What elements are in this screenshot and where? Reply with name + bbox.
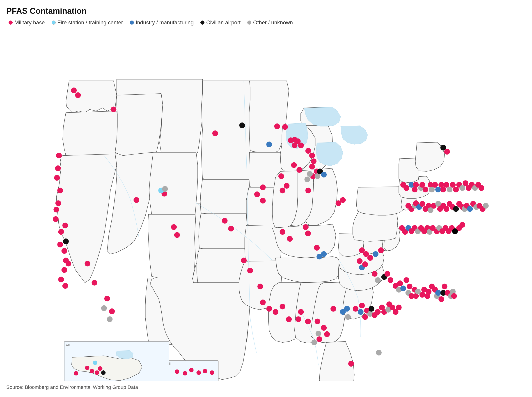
dot-military xyxy=(340,197,346,203)
dot-military xyxy=(241,258,247,263)
dot-military xyxy=(56,153,62,158)
dot-military xyxy=(62,283,68,289)
dot-military xyxy=(426,289,431,294)
dot-other xyxy=(483,203,489,209)
dot-military xyxy=(440,187,446,192)
dot-military xyxy=(222,218,227,223)
dot-military xyxy=(134,197,139,203)
dot-military xyxy=(75,92,81,98)
dot-military xyxy=(305,230,311,236)
dot-military xyxy=(359,303,365,308)
dot-other xyxy=(345,314,351,320)
svg-point-12 xyxy=(90,369,94,373)
dot-military xyxy=(357,258,362,264)
dot-military xyxy=(274,123,280,129)
dot-military xyxy=(442,284,447,289)
dot-military xyxy=(305,318,311,324)
dot-other xyxy=(459,185,465,191)
source-text: Source: Bloomberg and Environmental Work… xyxy=(6,384,138,390)
dot-military xyxy=(353,306,358,311)
svg-point-2 xyxy=(175,369,179,374)
dot-industry xyxy=(373,251,378,257)
dot-military xyxy=(372,271,377,277)
dot-military xyxy=(280,304,285,309)
dot-military xyxy=(420,182,425,188)
dot-other xyxy=(305,177,310,182)
dot-industry xyxy=(467,206,473,212)
dot-military xyxy=(54,175,60,181)
page-title: PFAS Contamination xyxy=(6,6,86,16)
dot-military xyxy=(212,130,218,136)
legend-dot-fire-station xyxy=(52,20,56,25)
dot-military xyxy=(453,187,459,192)
dot-military xyxy=(278,173,284,179)
legend-dot-industry xyxy=(130,20,134,25)
dot-military xyxy=(423,187,428,192)
dot-other xyxy=(312,340,317,345)
svg-point-5 xyxy=(196,370,201,375)
dot-industry xyxy=(321,172,327,177)
svg-point-10 xyxy=(74,371,79,376)
dot-military xyxy=(295,316,301,322)
legend-item-other-unknown: Other / unknown xyxy=(247,19,293,26)
dot-military xyxy=(295,138,300,144)
dot-military xyxy=(287,236,293,242)
dot-military xyxy=(260,198,266,204)
dot-military xyxy=(317,336,322,342)
dot-military xyxy=(282,124,288,130)
dot-military xyxy=(71,87,77,93)
dot-other xyxy=(447,187,453,192)
dot-military xyxy=(57,188,63,193)
dot-military xyxy=(174,232,180,238)
dot-military xyxy=(288,137,294,143)
dot-other xyxy=(107,316,112,322)
svg-point-4 xyxy=(189,368,194,372)
dot-other xyxy=(429,187,435,192)
dot-industry xyxy=(344,306,350,311)
svg-point-16 xyxy=(93,360,97,365)
dot-military xyxy=(254,192,260,197)
dot-military xyxy=(444,182,449,188)
dot-military xyxy=(348,361,354,366)
dot-military xyxy=(407,284,412,289)
us-map-svg: .state-path { fill: #f8f8f8; stroke: #55… xyxy=(6,31,526,381)
legend-item-industry: Industry / manufacturing xyxy=(130,19,194,26)
dot-military xyxy=(359,248,365,253)
svg-point-15 xyxy=(101,370,106,375)
dot-military xyxy=(444,206,449,212)
dot-military xyxy=(61,248,67,254)
svg-point-13 xyxy=(95,370,99,375)
dot-military xyxy=(260,300,266,305)
dot-military xyxy=(58,229,64,235)
dot-military xyxy=(257,284,263,289)
dot-military xyxy=(321,325,327,331)
legend-dot-military-base xyxy=(9,20,13,25)
dot-civilian xyxy=(453,206,459,212)
dot-industry xyxy=(400,285,406,291)
dot-military xyxy=(266,306,272,311)
dot-military xyxy=(438,296,444,302)
dot-military xyxy=(55,165,61,171)
svg-point-14 xyxy=(98,366,103,371)
dot-military xyxy=(311,158,317,164)
dot-other xyxy=(435,201,441,207)
dot-military xyxy=(330,306,336,311)
dot-civilian xyxy=(63,238,69,244)
dot-military xyxy=(378,248,384,253)
dot-military xyxy=(260,185,266,190)
legend-item-civilian-airport: Civilian airport xyxy=(200,19,240,26)
dot-military xyxy=(55,200,61,206)
dot-military xyxy=(61,267,67,273)
dot-military xyxy=(228,226,234,231)
dot-military xyxy=(404,185,409,191)
dot-military xyxy=(303,224,308,230)
dot-military xyxy=(280,188,285,193)
dot-military xyxy=(362,261,368,267)
dot-military xyxy=(463,180,468,186)
dot-military xyxy=(57,242,63,247)
dot-military xyxy=(375,309,380,315)
dot-other xyxy=(376,350,382,355)
legend: Military baseFire station / training cen… xyxy=(6,19,300,26)
svg-point-3 xyxy=(183,371,187,376)
dot-military xyxy=(309,164,315,169)
